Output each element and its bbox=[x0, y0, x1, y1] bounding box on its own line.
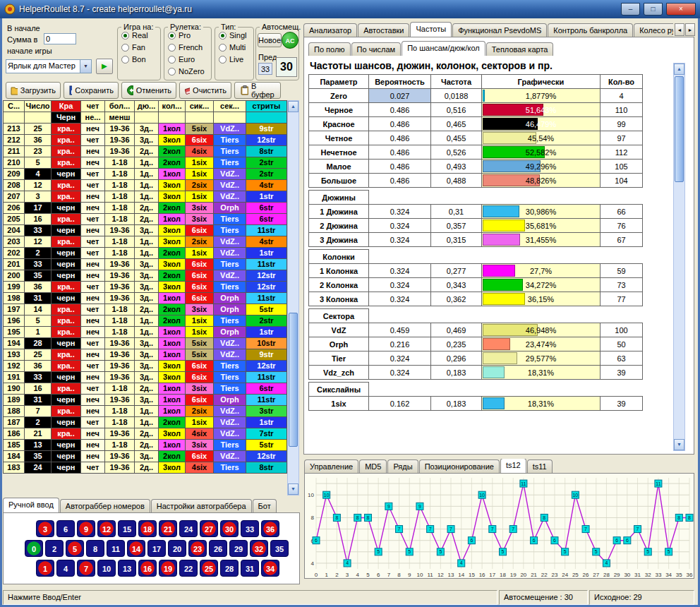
history-row[interactable]: 19133черннеч19-363д..3кол6sixTiers11str bbox=[4, 372, 287, 383]
number-button-36[interactable]: 36 bbox=[261, 520, 279, 537]
number-button-4[interactable]: 4 bbox=[56, 560, 75, 577]
number-button-30[interactable]: 30 bbox=[220, 520, 239, 537]
number-button-15[interactable]: 15 bbox=[118, 520, 136, 537]
radio-french[interactable]: French bbox=[168, 43, 209, 52]
tab-scroll-right-icon[interactable]: ► bbox=[685, 23, 695, 36]
radio-live[interactable]: Live bbox=[219, 55, 251, 64]
history-row[interactable]: 19936кра..чет19-363д..3кол6sixTiers12str bbox=[4, 282, 287, 293]
scrollbar-thumb[interactable] bbox=[675, 76, 684, 182]
history-row[interactable]: 1965кра..неч1-181д..2кол1sixTiers2str bbox=[4, 315, 287, 327]
main-tab-5[interactable]: Колесо рулет bbox=[634, 23, 673, 37]
history-row[interactable]: 19016кра..чет1-182д..1кол3sixTiers6str bbox=[4, 383, 287, 395]
freq-row[interactable]: Tier0.3240,29629,577%63 bbox=[309, 351, 643, 366]
number-button-12[interactable]: 12 bbox=[97, 520, 116, 537]
freq-row[interactable]: Малое0.4860,49349,296%105 bbox=[309, 160, 643, 174]
number-button-32[interactable]: 32 bbox=[250, 540, 268, 557]
number-button-8[interactable]: 8 bbox=[86, 540, 104, 557]
ac-button[interactable]: АС bbox=[282, 32, 298, 49]
number-button-5[interactable]: 5 bbox=[66, 540, 84, 557]
number-button-13[interactable]: 13 bbox=[118, 560, 136, 577]
number-button-10[interactable]: 10 bbox=[97, 560, 116, 577]
history-row[interactable]: 19325кра..неч19-363д..1кол5sixVdZ..9str bbox=[4, 349, 287, 361]
history-row[interactable]: 18621кра..неч19-362д..3кол4sixVdZ..7str bbox=[4, 428, 287, 440]
history-row[interactable]: 1887кра..неч1-181д..1кол2sixVdZ..3str bbox=[4, 406, 287, 417]
main-tab-1[interactable]: Автоставки bbox=[358, 23, 409, 37]
history-row[interactable]: 20433черннеч19-363д..3кол6sixTiers11str bbox=[4, 225, 287, 236]
number-button-29[interactable]: 29 bbox=[229, 540, 248, 557]
number-button-28[interactable]: 28 bbox=[220, 560, 239, 577]
chart-tab-4[interactable]: ts12 bbox=[500, 459, 526, 473]
maximize-button[interactable]: □ bbox=[644, 3, 663, 16]
freq-row[interactable]: Zero0.0270,01881,8779%4 bbox=[309, 89, 643, 103]
number-button-24[interactable]: 24 bbox=[179, 520, 198, 537]
scrollbar-thumb[interactable] bbox=[289, 313, 298, 447]
clear-button[interactable]: Очистить bbox=[179, 82, 231, 99]
freq-row[interactable]: 1 Дюжина0.3240,3130,986%66 bbox=[309, 205, 643, 219]
freq-row[interactable]: Большое0.4860,48848,826%104 bbox=[309, 174, 643, 188]
history-row[interactable]: 18435черннеч19-363д..2кол6sixVdZ..12str bbox=[4, 451, 287, 462]
history-row[interactable]: 18513черннеч1-182д..1кол3sixTiers5str bbox=[4, 440, 287, 451]
number-button-26[interactable]: 26 bbox=[209, 540, 227, 557]
save-button[interactable]: Сохранить bbox=[64, 82, 119, 99]
freq-row[interactable]: 3 Дюжина0.3240,31531,455%67 bbox=[309, 233, 643, 247]
history-row[interactable]: 21325кра..неч19-363д..1кол5sixVdZ..9str bbox=[4, 124, 287, 135]
copy-to-clipboard-button[interactable]: В буфер bbox=[234, 82, 281, 99]
number-button-6[interactable]: 6 bbox=[56, 520, 75, 537]
tab-scroll-left-icon[interactable]: ◄ bbox=[675, 23, 684, 36]
freq-row[interactable]: 1 Колонка0.3240,27727,7%59 bbox=[309, 264, 643, 278]
number-button-1[interactable]: 1 bbox=[36, 560, 54, 577]
number-button-16[interactable]: 16 bbox=[138, 560, 157, 577]
close-button[interactable]: × bbox=[666, 3, 696, 16]
number-button-23[interactable]: 23 bbox=[188, 540, 207, 557]
freq-row[interactable]: 1six0.1620,18318,31%39 bbox=[309, 397, 643, 411]
number-button-9[interactable]: 9 bbox=[77, 520, 95, 537]
history-row[interactable]: 1951кра..неч1-181д..1кол1sixOrph1str bbox=[4, 327, 287, 338]
scroll-up-icon[interactable]: ▲ bbox=[288, 101, 298, 112]
undo-button[interactable]: Отменить bbox=[121, 82, 176, 99]
number-button-21[interactable]: 21 bbox=[159, 520, 177, 537]
history-row[interactable]: 18931черннеч19-363д..1кол6sixOrph11str bbox=[4, 395, 287, 406]
number-button-35[interactable]: 35 bbox=[270, 540, 289, 557]
chart-tab-0[interactable]: Управление bbox=[304, 459, 358, 473]
radio-fan[interactable]: Fan bbox=[121, 43, 158, 52]
number-button-2[interactable]: 2 bbox=[45, 540, 64, 557]
number-button-27[interactable]: 27 bbox=[200, 520, 218, 537]
number-button-18[interactable]: 18 bbox=[138, 520, 157, 537]
radio-bon[interactable]: Bon bbox=[121, 55, 158, 64]
number-button-17[interactable]: 17 bbox=[147, 540, 166, 557]
freq-row[interactable]: Нечетное0.4860,52652,582%112 bbox=[309, 145, 643, 160]
new-button[interactable]: Новое bbox=[258, 33, 282, 47]
sub-tab-0[interactable]: По полю bbox=[308, 42, 351, 56]
number-button-11[interactable]: 11 bbox=[107, 540, 125, 557]
scroll-up-icon[interactable]: ▲ bbox=[674, 64, 684, 75]
number-button-14[interactable]: 14 bbox=[127, 540, 145, 557]
load-button[interactable]: Загрузить bbox=[6, 82, 61, 99]
history-row[interactable]: 2105кра..неч1-181д..2кол1sixTiers2str bbox=[4, 157, 287, 169]
freq-row[interactable]: Четное0.4860,45545,54%97 bbox=[309, 131, 643, 145]
history-row[interactable]: 20133черннеч19-363д..3кол6sixTiers11str bbox=[4, 259, 287, 270]
start-sum-input[interactable] bbox=[44, 33, 76, 44]
radio-pro[interactable]: Pro bbox=[168, 31, 209, 40]
chart-tab-5[interactable]: ts11 bbox=[527, 459, 553, 473]
number-button-22[interactable]: 22 bbox=[179, 560, 198, 577]
main-tab-2[interactable]: Частоты bbox=[410, 22, 452, 37]
history-row[interactable]: 2094чернчет1-181д..1кол1sixVdZ..2str bbox=[4, 169, 287, 180]
scroll-down-icon[interactable]: ▼ bbox=[288, 483, 298, 495]
freq-row[interactable]: 2 Колонка0.3240,34334,272%73 bbox=[309, 278, 643, 292]
freq-row[interactable]: Vdz_zch0.3240,18318,31%39 bbox=[309, 366, 643, 380]
radio-singl[interactable]: Singl bbox=[219, 31, 251, 40]
main-tab-0[interactable]: Анализатор bbox=[303, 23, 357, 37]
freq-row[interactable]: Orph0.2160,23523,474%50 bbox=[309, 337, 643, 351]
history-row[interactable]: 19236кра..чет19-363д..3кол6sixTiers12str bbox=[4, 361, 287, 372]
chart-tab-2[interactable]: Ряды bbox=[387, 459, 418, 473]
number-button-25[interactable]: 25 bbox=[200, 560, 218, 577]
history-row[interactable]: 18324чернчет19-362д..3кол4sixTiers8str bbox=[4, 462, 287, 474]
history-row[interactable]: 20617черннеч1-182д..2кол3sixOrph6str bbox=[4, 203, 287, 214]
history-row[interactable]: 20516кра..чет1-182д..1кол3sixTiers6str bbox=[4, 214, 287, 225]
sub-tab-1[interactable]: По числам bbox=[351, 42, 402, 56]
history-scrollbar[interactable]: ▲ ▼ bbox=[287, 100, 299, 495]
input-tab-3[interactable]: Бот bbox=[253, 499, 277, 512]
minimize-button[interactable]: – bbox=[621, 3, 640, 16]
freq-row[interactable]: VdZ0.4590,46946,948%100 bbox=[309, 323, 643, 337]
sub-tab-3[interactable]: Тепловая карта bbox=[486, 42, 554, 56]
